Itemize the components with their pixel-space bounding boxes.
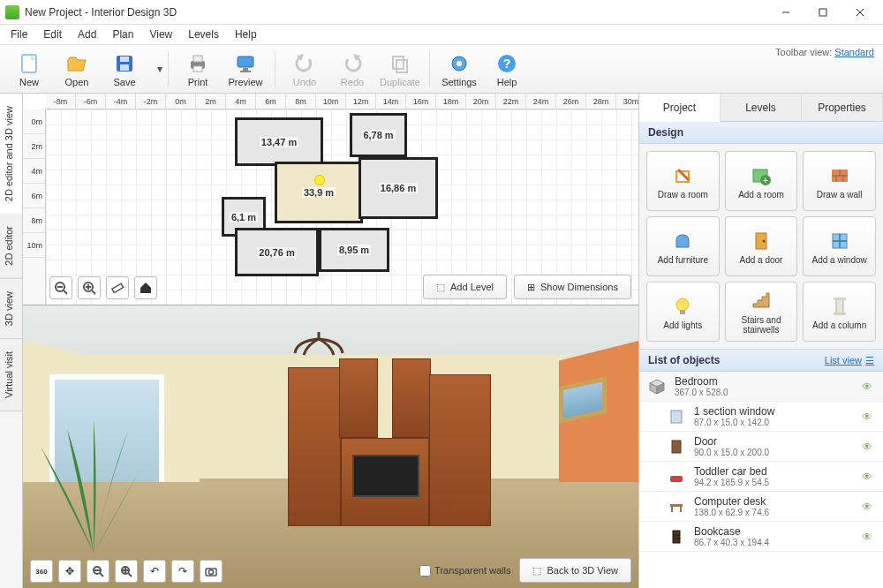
door-icon (749, 229, 774, 253)
list-item[interactable]: Computer desk138.0 x 62.9 x 74.6 👁 (639, 492, 883, 522)
draw-room-button[interactable]: Draw a room (646, 151, 720, 211)
snapshot-button[interactable] (200, 560, 223, 583)
settings-button[interactable]: Settings (435, 47, 483, 91)
rotate-360-button[interactable]: 360 (30, 560, 53, 583)
visibility-toggle[interactable]: 👁 (862, 411, 876, 423)
vtab-2d-editor[interactable]: 2D editor (0, 214, 22, 279)
dimensions-icon: ⊞ (527, 282, 535, 293)
object-list[interactable]: Bedroom367.0 x 528.0 👁 1 section window8… (639, 372, 883, 588)
open-button[interactable]: Open (53, 47, 101, 91)
design-grid: Draw a room +Add a room Draw a wall Add … (639, 144, 883, 349)
room-label: 20,76 m (257, 247, 296, 258)
duplicate-button[interactable]: Duplicate (376, 47, 424, 91)
titlebar: New Project - Interior Design 3D (0, 0, 883, 25)
svg-rect-60 (672, 441, 681, 453)
add-lights-button[interactable]: Add lights (646, 282, 720, 342)
vtab-virtual-visit[interactable]: Virtual visit (0, 339, 22, 411)
add-room-icon: + (749, 163, 774, 188)
list-item[interactable]: Bookcase86.7 x 40.3 x 194.4 👁 (639, 522, 883, 552)
visibility-toggle[interactable]: 👁 (862, 441, 876, 453)
menu-levels[interactable]: Levels (181, 26, 226, 42)
save-button[interactable]: Save (101, 47, 148, 91)
back-to-3d-button[interactable]: ⬚Back to 3D View (519, 558, 631, 583)
measure-button[interactable] (106, 276, 129, 299)
add-level-button[interactable]: ⬚Add Level (423, 275, 507, 299)
plan-2d-area[interactable]: -8m-6m-4m-2m0m2m4m6m8m10m12m14m16m18m20m… (23, 94, 638, 305)
vtab-3d-view[interactable]: 3D view (0, 279, 22, 339)
transparent-walls-checkbox[interactable]: Transparent walls (419, 565, 510, 577)
folder-open-icon (64, 51, 89, 76)
redo-button[interactable]: Redo (328, 47, 376, 91)
menu-view[interactable]: View (142, 26, 179, 42)
print-button[interactable]: Print (174, 47, 222, 91)
add-column-button[interactable]: Add a column (803, 282, 876, 342)
menu-add[interactable]: Add (71, 26, 103, 42)
help-button[interactable]: ? Help (483, 47, 531, 91)
tab-project[interactable]: Project (639, 94, 721, 122)
visibility-toggle[interactable]: 👁 (862, 501, 876, 513)
svg-point-39 (209, 570, 214, 575)
preview-button[interactable]: Preview (222, 47, 269, 91)
pan-button[interactable]: ✥ (58, 560, 81, 583)
svg-rect-30 (112, 283, 124, 292)
svg-point-54 (676, 298, 689, 311)
show-dimensions-button[interactable]: ⊞Show Dimensions (514, 275, 631, 299)
room-label: 33,9 m (302, 187, 336, 198)
floorplan[interactable]: 13,47 m 6,78 m 33,9 m 16,86 m 6,1 m 20,7… (235, 113, 447, 281)
room-label: 6,78 m (361, 130, 395, 140)
monitor-icon (233, 51, 258, 76)
room-label: 6,1 m (230, 212, 258, 222)
menu-edit[interactable]: Edit (36, 26, 69, 42)
menu-help[interactable]: Help (228, 26, 264, 42)
close-button[interactable] (842, 3, 878, 22)
svg-rect-62 (670, 504, 683, 507)
cabinet-left (288, 367, 341, 526)
room-label: 13,47 m (260, 137, 298, 147)
menu-plan[interactable]: Plan (105, 26, 140, 42)
render-tools: 360 ✥ ↶ ↷ (30, 560, 223, 583)
redo-3d-button[interactable]: ↷ (171, 560, 194, 583)
gear-icon (447, 51, 472, 76)
list-item[interactable]: Bedroom367.0 x 528.0 👁 (639, 372, 883, 402)
svg-rect-17 (393, 57, 404, 69)
undo-button[interactable]: Undo (281, 47, 328, 91)
list-item[interactable]: Door90.0 x 15.0 x 200.0 👁 (639, 432, 883, 462)
door-item-icon (666, 436, 687, 457)
new-button[interactable]: New (5, 47, 53, 91)
visibility-toggle[interactable]: 👁 (862, 381, 876, 393)
draw-wall-button[interactable]: Draw a wall (803, 151, 876, 211)
add-room-button[interactable]: +Add a room (725, 151, 798, 211)
zoom-in-3d-button[interactable] (115, 560, 138, 583)
toolbar-view-switch[interactable]: Toolbar view: Standard (775, 47, 874, 57)
zoom-in-button[interactable] (78, 276, 101, 299)
add-furniture-button[interactable]: Add furniture (646, 216, 720, 276)
maximize-button[interactable] (805, 3, 841, 22)
ruler-horizontal: -8m-6m-4m-2m0m2m4m6m8m10m12m14m16m18m20m… (46, 94, 638, 109)
add-door-button[interactable]: Add a door (725, 216, 798, 276)
minimize-button[interactable] (768, 3, 804, 22)
menu-file[interactable]: File (4, 26, 34, 42)
svg-point-20 (457, 61, 462, 66)
save-dropdown-icon[interactable]: ▾ (157, 63, 162, 75)
svg-rect-1 (819, 9, 826, 16)
visibility-toggle[interactable]: 👁 (862, 531, 876, 543)
home-button[interactable] (134, 276, 157, 299)
window-item-icon (666, 406, 687, 427)
undo-icon (292, 51, 317, 76)
window-icon (827, 229, 852, 253)
vtab-2d-and-3d[interactable]: 2D editor and 3D view (0, 94, 22, 214)
selection-marker[interactable] (314, 175, 325, 185)
zoom-out-3d-button[interactable] (87, 560, 109, 583)
render-3d-area[interactable]: 360 ✥ ↶ ↷ Transparent walls ⬚Back to 3D … (23, 305, 638, 588)
add-stairs-button[interactable]: Stairs and stairwells (725, 282, 798, 342)
zoom-out-button[interactable] (49, 276, 72, 299)
visibility-toggle[interactable]: 👁 (862, 471, 876, 483)
tab-properties[interactable]: Properties (802, 94, 883, 121)
undo-3d-button[interactable]: ↶ (143, 560, 166, 583)
list-view-toggle[interactable]: List view ☰ (825, 355, 874, 366)
add-window-button[interactable]: Add a window (803, 216, 876, 276)
tab-levels[interactable]: Levels (721, 94, 802, 121)
list-item[interactable]: 1 section window87.0 x 15.0 x 142.0 👁 (639, 402, 883, 432)
tv-screen (352, 455, 419, 497)
list-item[interactable]: Toddler car bed94.2 x 185.9 x 54.5 👁 (639, 462, 883, 492)
